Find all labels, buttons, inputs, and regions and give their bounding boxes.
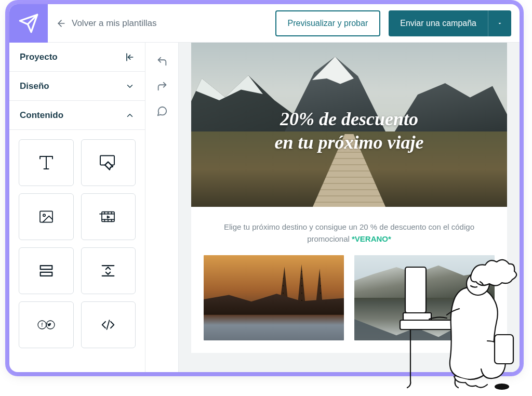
social-icon: f [36, 317, 57, 333]
svg-rect-29 [405, 267, 426, 313]
chevron-up-icon [125, 111, 135, 120]
action-iconbar [145, 43, 179, 372]
svg-marker-17 [108, 216, 110, 218]
preview-button[interactable]: Previsualizar y probar [275, 10, 381, 36]
hero-line2: en tu próximo viaje [191, 131, 507, 154]
caret-down-icon [497, 20, 503, 27]
meta-pre: Elige tu próximo destino y consigue un 2… [224, 222, 474, 243]
send-button-group: Enviar una campaña [389, 10, 511, 36]
back-label: Volver a mis plantillas [72, 18, 156, 29]
svg-rect-31 [495, 335, 513, 364]
content-block-html[interactable] [81, 301, 136, 348]
topbar: Volver a mis plantillas Previsualizar y … [9, 4, 520, 43]
content-block-spacer[interactable] [81, 247, 136, 294]
code-icon [99, 317, 117, 333]
sidebar-section-content[interactable]: Contenido [9, 101, 145, 130]
svg-point-33 [495, 384, 509, 390]
redo-button[interactable] [151, 75, 174, 98]
hero-line1: 20% de descuento [191, 108, 507, 131]
content-block-button[interactable] [81, 139, 136, 186]
decorative-illustration [393, 247, 530, 393]
project-label: Proyecto [20, 52, 58, 62]
sidebar: Proyecto Diseño Contenido [9, 43, 145, 372]
svg-point-7 [43, 214, 45, 216]
arrow-left-icon [56, 18, 66, 29]
preview-label: Previsualizar y probar [288, 19, 368, 28]
promo-code: *VERANO* [352, 234, 391, 243]
columns-icon [37, 262, 55, 280]
spacer-icon [99, 262, 117, 280]
comments-button[interactable] [151, 100, 174, 123]
comment-icon [156, 105, 168, 117]
cursor-click-icon [98, 153, 118, 172]
image-icon [37, 208, 56, 225]
redo-icon [156, 81, 168, 92]
sidebar-section-design[interactable]: Diseño [9, 72, 145, 101]
content-block-social[interactable]: f [19, 301, 74, 348]
design-label: Diseño [20, 81, 49, 91]
svg-text:f: f [41, 322, 43, 328]
hero-image[interactable]: 20% de descuento en tu próximo viaje [191, 43, 507, 207]
content-label: Contenido [20, 110, 63, 121]
sidebar-section-project[interactable]: Proyecto [9, 43, 145, 72]
paper-plane-icon [18, 13, 39, 34]
undo-button[interactable] [151, 50, 174, 73]
app-logo[interactable] [9, 4, 48, 43]
content-block-columns[interactable] [19, 247, 74, 294]
hero-headline: 20% de descuento en tu próximo viaje [191, 108, 507, 154]
svg-rect-18 [40, 266, 52, 269]
send-button[interactable]: Enviar una campaña [389, 10, 488, 36]
send-label: Enviar una campaña [400, 19, 476, 28]
content-block-text[interactable] [19, 139, 74, 186]
content-block-video[interactable] [81, 193, 136, 240]
svg-rect-19 [40, 272, 52, 276]
chevron-down-icon [125, 82, 135, 91]
thumbnail-sunset[interactable] [204, 255, 344, 340]
back-link[interactable]: Volver a mis plantillas [56, 18, 267, 29]
content-block-grid: f [9, 130, 145, 358]
svg-rect-6 [40, 211, 52, 222]
text-icon [37, 153, 56, 172]
video-icon [98, 208, 118, 225]
content-block-image[interactable] [19, 193, 74, 240]
undo-icon [156, 56, 168, 67]
collapse-sidebar-icon [124, 52, 135, 62]
send-dropdown-toggle[interactable] [488, 10, 511, 36]
svg-line-25 [107, 320, 110, 329]
svg-rect-30 [403, 313, 431, 320]
